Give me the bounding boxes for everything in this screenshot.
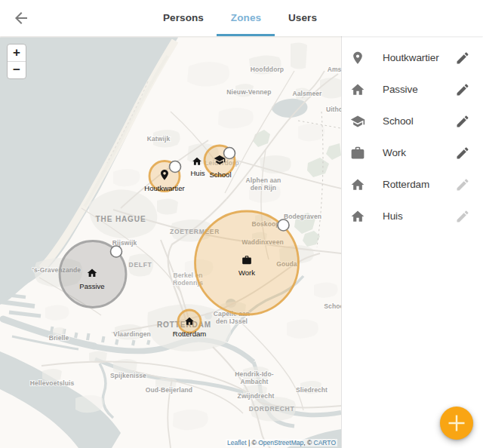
zone-map-label: School bbox=[209, 170, 231, 179]
plus-icon bbox=[440, 407, 473, 440]
map-place-label: Amstelveen bbox=[328, 66, 341, 73]
zone-resize-handle-passive[interactable] bbox=[111, 246, 122, 257]
map-place-label: den Rijn bbox=[251, 184, 276, 192]
zone-list-item[interactable]: School bbox=[342, 106, 483, 137]
zone-name: Passive bbox=[383, 74, 418, 106]
zone-list-item[interactable]: Passive bbox=[342, 74, 483, 106]
zone-name: Huis bbox=[383, 201, 403, 232]
zone-name: Houtkwartier bbox=[383, 42, 439, 74]
openstreetmap-link[interactable]: OpenStreetMap bbox=[258, 439, 303, 446]
zone-list-item[interactable]: Rotterdam bbox=[342, 169, 483, 201]
map-place-label: Ambacht bbox=[240, 378, 268, 385]
tab-users[interactable]: Users bbox=[288, 0, 317, 34]
edit-zone-button[interactable] bbox=[455, 51, 470, 66]
zoom-out-button[interactable]: − bbox=[8, 62, 26, 78]
zone-resize-handle-work[interactable] bbox=[278, 219, 289, 231]
leaflet-link[interactable]: Leaflet bbox=[227, 439, 247, 446]
home-icon bbox=[350, 177, 365, 192]
school-icon bbox=[350, 114, 365, 129]
zone-list-item[interactable]: Work bbox=[342, 137, 483, 169]
map-place-label: Nieuw-Vennep bbox=[226, 88, 271, 96]
edit-icon bbox=[455, 209, 470, 224]
arrow-back-icon bbox=[12, 9, 30, 27]
zoom-in-button[interactable]: + bbox=[8, 44, 26, 62]
map-place-label: den IJssel bbox=[216, 318, 248, 325]
map-place-label: DELFT bbox=[129, 261, 152, 268]
map-place-label: Hendrik-Ido- bbox=[235, 370, 273, 378]
edit-zone-button[interactable] bbox=[455, 177, 470, 192]
map-zoom-control: + − bbox=[7, 44, 26, 79]
home-icon bbox=[350, 209, 365, 224]
map-place-label: Schoonhoven bbox=[324, 302, 341, 310]
zone-list-panel: Houtkwartier Passive School Work Rotterd… bbox=[341, 36, 483, 448]
map-place-label: Bodegraven bbox=[284, 213, 321, 220]
map-place-label: Zwijndrecht bbox=[238, 392, 275, 400]
carto-link[interactable]: CARTO bbox=[314, 439, 336, 446]
zone-map-label: Work bbox=[238, 268, 255, 277]
zones-screen: Persons Zones Users bbox=[0, 0, 483, 448]
attribution-separator: | © bbox=[247, 439, 259, 446]
map-place-label: Hoofddorp bbox=[251, 66, 284, 73]
attribution-separator2: , © bbox=[303, 439, 313, 446]
map-place-label: THE HAGUE bbox=[96, 215, 146, 223]
map-place-label: Aalsmeer bbox=[292, 90, 322, 97]
zone-list-item[interactable]: Houtkwartier bbox=[342, 42, 483, 74]
zone-resize-handle-school[interactable] bbox=[224, 148, 235, 159]
edit-icon bbox=[455, 51, 470, 66]
zone-resize-handle-houtkwartier[interactable] bbox=[170, 161, 181, 173]
map-place-label: Alphen aan bbox=[246, 176, 281, 184]
zone-name: Work bbox=[383, 137, 406, 169]
zone-map-label: Houtkwartier bbox=[144, 184, 184, 192]
edit-zone-button[interactable] bbox=[455, 114, 470, 129]
map-attribution: Leaflet | © OpenStreetMap, © CARTO bbox=[226, 439, 337, 446]
map-place-label: Brielle bbox=[49, 334, 69, 342]
map-place-label: DORDRECHT bbox=[249, 405, 295, 413]
map-place-label: Hellevoetsluis bbox=[30, 379, 75, 387]
place-icon bbox=[350, 51, 365, 66]
tab-zones[interactable]: Zones bbox=[231, 0, 261, 34]
edit-icon bbox=[455, 177, 470, 192]
map-place-label: Katwijk bbox=[147, 135, 171, 143]
map-place-label: Spijkenisse bbox=[110, 372, 146, 379]
edit-zone-button[interactable] bbox=[455, 82, 470, 97]
edit-icon bbox=[455, 146, 470, 161]
map-canvas: Katwijk Hoofddorp Nieuw-Vennep Aalsmeer … bbox=[0, 36, 341, 448]
work-icon bbox=[350, 146, 365, 161]
home-icon bbox=[350, 82, 365, 97]
map-place-label: Uithoorn bbox=[326, 106, 341, 113]
zone-map-label: Huis bbox=[190, 169, 205, 177]
edit-icon bbox=[455, 82, 470, 97]
zone-list-item[interactable]: Huis bbox=[342, 201, 483, 232]
back-button[interactable] bbox=[12, 9, 30, 27]
edit-zone-button[interactable] bbox=[455, 146, 470, 161]
map-place-label: Oud-Beijerland bbox=[146, 386, 192, 394]
app-bar: Persons Zones Users bbox=[0, 0, 483, 36]
zone-map-label: Passive bbox=[79, 282, 104, 290]
tab-persons[interactable]: Persons bbox=[163, 0, 204, 34]
zone-name: School bbox=[383, 106, 414, 137]
edit-icon bbox=[455, 114, 470, 129]
map-place-label: Vlaardingen bbox=[113, 330, 151, 338]
active-tab-indicator bbox=[217, 34, 275, 36]
zone-name: Rotterdam bbox=[383, 169, 429, 201]
edit-zone-button[interactable] bbox=[455, 209, 470, 224]
zone-map-label: Rotterdam bbox=[173, 330, 206, 338]
map[interactable]: Katwijk Hoofddorp Nieuw-Vennep Aalsmeer … bbox=[0, 36, 341, 448]
add-zone-fab[interactable] bbox=[440, 407, 473, 440]
map-place-label: Sliedrecht bbox=[296, 386, 328, 394]
